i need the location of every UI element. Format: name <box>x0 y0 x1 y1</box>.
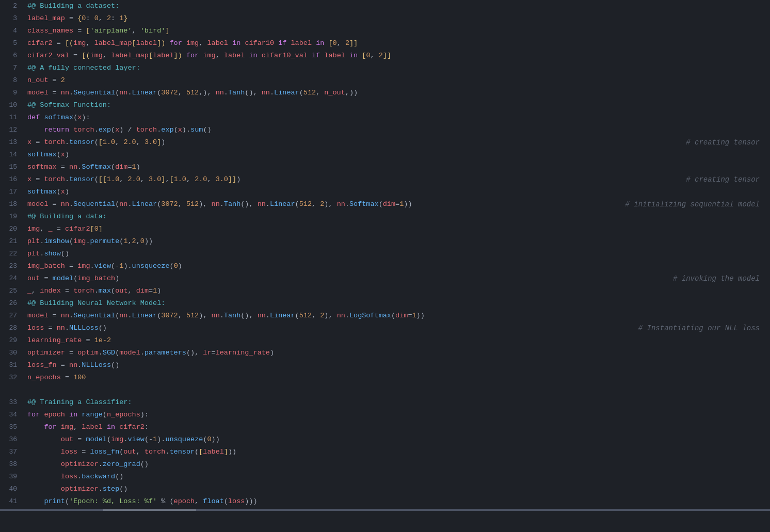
line-num-24: 24 <box>0 273 23 284</box>
code-line-41: 41 print('Epoch: %d, Loss: %f' % (epoch,… <box>0 495 770 508</box>
line-content-30: optimizer = optim.SGD(model.parameters()… <box>23 347 770 359</box>
line-num-25: 25 <box>0 285 23 297</box>
line-num-12: 12 <box>0 124 23 136</box>
line-content-19: #@ Building a data: <box>23 211 770 222</box>
line-num-22: 22 <box>0 248 23 260</box>
comment-13: # creating tensor <box>686 137 760 148</box>
line-content-23: img_batch = img.view(-1).unsqueeze(0) <box>23 261 770 272</box>
code-line-15: 15 softmax = nn.Softmax(dim=1) <box>0 161 770 173</box>
code-line-6: 6 cifar2_val = [(img, label_map[label]) … <box>0 50 770 62</box>
code-line-2: 2 #@ Building a dataset: <box>0 0 770 12</box>
code-line-34: 34 for epoch in range(n_epochs): <box>0 409 770 421</box>
line-num-11: 11 <box>0 112 23 123</box>
code-line-9: 9 model = nn.Sequential(nn.Linear(3072, … <box>0 87 770 99</box>
line-num-40: 40 <box>0 483 23 495</box>
line-num-2: 2 <box>0 1 23 12</box>
code-line-26: 26 #@ Building Neural Network Model: <box>0 297 770 310</box>
line-num-32: 32 <box>0 372 23 383</box>
line-content-8: n_out = 2 <box>23 75 770 86</box>
code-line-empty <box>0 384 770 396</box>
line-content-2: #@ Building a dataset: <box>23 1 770 12</box>
line-content-13: x = torch.tensor([1.0, 2.0, 3.0]) <box>23 137 770 148</box>
line-num-36: 36 <box>0 434 23 445</box>
code-line-28: 28 loss = nn.NLLLoss() # Instantiating o… <box>0 322 770 334</box>
code-line-25: 25 _, index = torch.max(out, dim=1) <box>0 285 770 297</box>
line-num-26: 26 <box>0 298 23 309</box>
line-content-11: def softmax(x): <box>23 112 770 123</box>
line-content-33: #@ Training a Classifier: <box>23 397 770 408</box>
line-content-21: plt.imshow(img.permute(1,2,0)) <box>23 236 770 247</box>
line-num-27: 27 <box>0 310 23 321</box>
line-content-34: for epoch in range(n_epochs): <box>23 409 770 421</box>
line-num-33: 33 <box>0 397 23 408</box>
code-line-39: 39 loss.backward() <box>0 471 770 483</box>
code-line-23: 23 img_batch = img.view(-1).unsqueeze(0) <box>0 260 770 272</box>
code-line-29: 29 learning_rate = 1e-2 <box>0 334 770 347</box>
code-line-11: 11 def softmax(x): <box>0 111 770 124</box>
line-num-14: 14 <box>0 149 23 160</box>
line-content-31: loss_fn = nn.NLLLoss() <box>23 360 770 371</box>
line-content-36: out = model(img.view(-1).unsqueeze(0)) <box>23 434 770 445</box>
line-content-empty <box>23 384 770 396</box>
line-num-38: 38 <box>0 459 23 470</box>
line-content-15: softmax = nn.Softmax(dim=1) <box>23 162 770 173</box>
line-content-24: out = model(img_batch) <box>23 273 770 284</box>
code-line-32: 32 n_epochs = 100 <box>0 372 770 384</box>
code-line-33: 33 #@ Training a Classifier: <box>0 396 770 409</box>
code-editor: 2 #@ Building a dataset: 3 label_map = {… <box>0 0 770 532</box>
scrollbar[interactable] <box>0 509 770 511</box>
line-num-15: 15 <box>0 162 23 173</box>
code-line-35: 35 for img, label in cifar2: <box>0 421 770 433</box>
comment-16: # creating tensor <box>686 174 760 185</box>
code-line-27: 27 model = nn.Sequential(nn.Linear(3072,… <box>0 310 770 322</box>
line-num-10: 10 <box>0 100 23 111</box>
code-line-3: 3 label_map = {0: 0, 2: 1} <box>0 12 770 25</box>
code-line-5: 5 cifar2 = [(img, label_map[label]) for … <box>0 37 770 50</box>
line-content-5: cifar2 = [(img, label_map[label]) for im… <box>23 38 770 49</box>
line-num-17: 17 <box>0 186 23 198</box>
code-line-4: 4 class_names = ['airplane', 'bird'] <box>0 25 770 37</box>
line-content-16: x = torch.tensor([[1.0, 2.0, 3.0],[1.0, … <box>23 174 770 185</box>
line-content-38: optimizer.zero_grad() <box>23 459 770 470</box>
line-num-20: 20 <box>0 223 23 235</box>
code-line-14: 14 softmax(x) <box>0 149 770 161</box>
line-content-10: #@ Softmax Function: <box>23 100 770 111</box>
code-line-18: 18 model = nn.Sequential(nn.Linear(3072,… <box>0 198 770 211</box>
line-num-35: 35 <box>0 422 23 433</box>
code-line-7: 7 #@ A fully connected layer: <box>0 62 770 74</box>
line-content-20: img, _ = cifar2[0] <box>23 223 770 235</box>
code-line-19: 19 #@ Building a data: <box>0 211 770 223</box>
line-num-30: 30 <box>0 347 23 359</box>
code-line-10: 10 #@ Softmax Function: <box>0 99 770 111</box>
line-num-21: 21 <box>0 236 23 247</box>
line-num-29: 29 <box>0 335 23 346</box>
line-num-16: 16 <box>0 174 23 185</box>
line-content-22: plt.show() <box>23 248 770 260</box>
line-content-32: n_epochs = 100 <box>23 372 770 383</box>
line-num-6: 6 <box>0 50 23 61</box>
line-content-40: optimizer.step() <box>23 483 770 495</box>
line-content-14: softmax(x) <box>23 149 770 160</box>
line-content-27: model = nn.Sequential(nn.Linear(3072, 51… <box>23 310 770 321</box>
line-content-25: _, index = torch.max(out, dim=1) <box>23 285 770 297</box>
line-num-34: 34 <box>0 409 23 421</box>
line-num-13: 13 <box>0 137 23 148</box>
line-num-41: 41 <box>0 496 23 507</box>
line-num-8: 8 <box>0 75 23 86</box>
line-content-9: model = nn.Sequential(nn.Linear(3072, 51… <box>23 87 770 99</box>
code-line-21: 21 plt.imshow(img.permute(1,2,0)) <box>0 235 770 248</box>
line-num-9: 9 <box>0 87 23 99</box>
comment-24: # invoking the model <box>673 273 760 284</box>
line-content-35: for img, label in cifar2: <box>23 422 770 433</box>
line-content-41: print('Epoch: %d, Loss: %f' % (epoch, fl… <box>23 496 770 507</box>
scrollbar-thumb[interactable] <box>103 509 196 511</box>
line-num-4: 4 <box>0 25 23 37</box>
line-num-19: 19 <box>0 211 23 222</box>
line-num-5: 5 <box>0 38 23 49</box>
code-line-12: 12 return torch.exp(x) / torch.exp(x).su… <box>0 124 770 136</box>
line-content-3: label_map = {0: 0, 2: 1} <box>23 13 770 24</box>
code-line-36: 36 out = model(img.view(-1).unsqueeze(0)… <box>0 433 770 446</box>
code-line-20: 20 img, _ = cifar2[0] <box>0 223 770 235</box>
code-line-31: 31 loss_fn = nn.NLLLoss() <box>0 359 770 372</box>
line-content-12: return torch.exp(x) / torch.exp(x).sum() <box>23 124 770 136</box>
